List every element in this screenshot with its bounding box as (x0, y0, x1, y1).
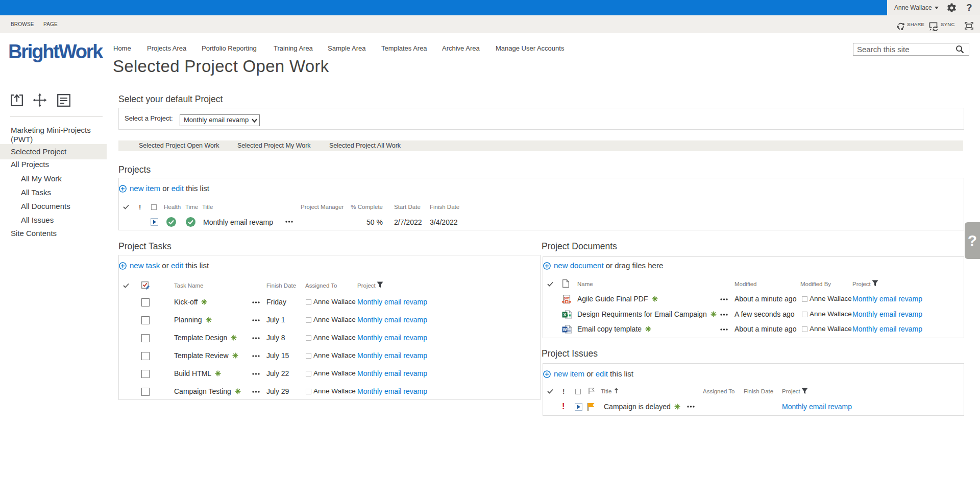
svg-text:pdf: pdf (564, 296, 570, 300)
svg-text:W: W (563, 327, 568, 332)
svg-text:X: X (564, 312, 567, 317)
